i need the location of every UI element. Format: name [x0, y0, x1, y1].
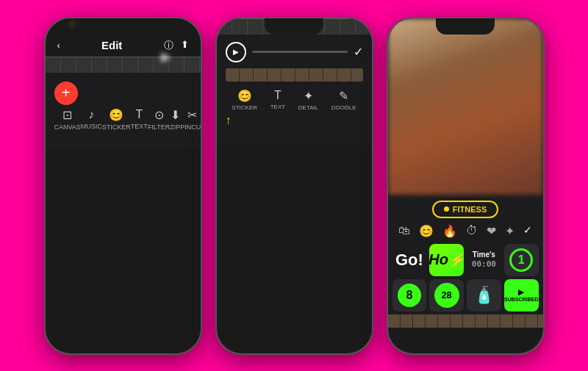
bottom-toolbar: + ⊡ CANVAS ♪ MUSIC 😊 STICKER T TEXT	[46, 73, 201, 148]
toolbar-filter[interactable]: ⊙ FILTER	[148, 108, 170, 131]
sticker-tool-detail[interactable]: ✦ DETAIL	[298, 89, 318, 111]
text-tool-label: TEXT	[270, 104, 285, 110]
sticker-panel: FITNESS 🛍 😊 🔥 ⏱ ❤ ✦ ✓ Go! Ho ⚡	[388, 195, 543, 328]
phone3-video	[388, 18, 543, 195]
pill-dot	[444, 206, 449, 212]
sticker-holo[interactable]: Ho ⚡	[429, 244, 464, 276]
toolbar-zip[interactable]: ⬇ ZIP	[170, 108, 180, 131]
lightning-icon: ⚡	[448, 252, 464, 268]
timeline-track[interactable]	[252, 51, 348, 53]
sticker-tools: 😊 STICKER T TEXT ✦ DETAIL ✎ DOODLE	[220, 84, 369, 111]
toolbar-icons: ⊡ CANVAS ♪ MUSIC 😊 STICKER T TEXT ⊙ F	[49, 105, 198, 134]
sticker-number28[interactable]: 28	[429, 279, 464, 311]
toolbar-canvas[interactable]: ⊡ CANVAS	[54, 108, 81, 131]
circle-28: 28	[434, 283, 459, 308]
phone3-screen: FITNESS 🛍 😊 🔥 ⏱ ❤ ✦ ✓ Go! Ho ⚡	[388, 18, 543, 328]
sticker-grid: Go! Ho ⚡ Time's 00:00 1 8	[388, 241, 543, 314]
sticker-tool-sticker[interactable]: 😊 STICKER	[232, 89, 257, 111]
sticker-subscribed[interactable]: ▶ SUBSCRIBED	[504, 279, 539, 311]
cat-check-icon[interactable]: ✓	[523, 224, 532, 238]
pincut-icon: ✂	[187, 108, 197, 122]
play-button[interactable]: ▶	[226, 42, 246, 62]
phone2-filmstrip	[217, 18, 372, 35]
cat-timer-icon[interactable]: ⏱	[466, 224, 478, 238]
music-icon: ♪	[88, 108, 94, 121]
sticker-tool-icon: 😊	[237, 89, 252, 103]
edit-title: Edit	[101, 39, 122, 51]
sticker-tool-label: STICKER	[232, 104, 257, 111]
zip-label: ZIP	[170, 123, 180, 131]
fitness-label: FITNESS	[453, 205, 487, 214]
top-bar: ‹ Edit ⓘ ⬆	[46, 18, 201, 57]
toolbar-text[interactable]: T TEXT	[131, 108, 148, 131]
text-label: TEXT	[131, 123, 148, 130]
toolbar-pincut[interactable]: ✂ PINCUT	[180, 108, 201, 131]
filmstrip	[46, 57, 201, 73]
sticker-go[interactable]: Go!	[392, 244, 427, 276]
music-label: MUSIC	[81, 123, 102, 130]
text-icon: T	[135, 108, 143, 121]
cat-fire-icon[interactable]: 🔥	[442, 224, 457, 238]
doodle-tool-label: DOODLE	[331, 104, 356, 111]
play-overlay[interactable]: ▶	[161, 48, 171, 65]
canvas-label: CANVAS	[54, 123, 81, 131]
toolbar-sticker[interactable]: 😊 STICKER	[102, 108, 131, 131]
phone1-screen: ‹ Edit ⓘ ⬆ Tap Sticker ↓ ▶ + ⊡ CANVAS ♪ …	[46, 18, 201, 148]
timeline-area: ▶ ✓	[220, 39, 369, 65]
phone2-bottom: ▶ ✓ 😊 STICKER T TEXT ✦ DETAIL	[217, 35, 372, 145]
phone-1: ‹ Edit ⓘ ⬆ Tap Sticker ↓ ▶ + ⊡ CANVAS ♪ …	[44, 17, 202, 355]
canvas-icon: ⊡	[62, 108, 72, 122]
sub-label: SUBSCRIBED	[504, 297, 538, 302]
sticker-number1[interactable]: 1	[504, 244, 539, 276]
times-value: 00:00	[472, 259, 496, 269]
phone3-filmstrip	[388, 314, 543, 328]
times-label: Time's	[473, 251, 495, 259]
tap-arrow-icon: ↓	[70, 17, 75, 29]
sub-icon: ▶	[518, 288, 524, 296]
sticker-tool-text[interactable]: T TEXT	[270, 89, 285, 111]
sticker-icon: 😊	[109, 108, 123, 122]
cat-bag-icon[interactable]: 🛍	[398, 224, 410, 238]
search-bar-row: FITNESS	[388, 195, 543, 221]
fitness-search-pill[interactable]: FITNESS	[432, 201, 498, 218]
sticker-bottle[interactable]: 🧴	[467, 279, 501, 311]
pincut-label: PINCUT	[180, 123, 201, 131]
back-icon[interactable]: ‹	[57, 40, 60, 51]
add-button[interactable]: +	[54, 82, 78, 105]
sticker-label: STICKER	[102, 123, 131, 131]
holo-text: Ho	[429, 251, 448, 268]
phone-3: FITNESS 🛍 😊 🔥 ⏱ ❤ ✦ ✓ Go! Ho ⚡	[387, 17, 545, 355]
doodle-tool-icon: ✎	[339, 89, 348, 103]
sticker-tool-doodle[interactable]: ✎ DOODLE	[331, 89, 356, 111]
category-icons: 🛍 😊 🔥 ⏱ ❤ ✦ ✓	[388, 221, 543, 241]
text-tool-icon: T	[274, 89, 282, 102]
circle-8: 8	[398, 284, 421, 307]
up-arrow-icon: ↑	[226, 114, 232, 127]
filter-icon: ⊙	[154, 108, 164, 122]
phone2-screen: ▶ ✓ 😊 STICKER T TEXT ✦ DETAIL	[217, 18, 372, 145]
up-arrow-area: ↑	[220, 111, 369, 130]
cat-star-icon[interactable]: ✦	[505, 224, 514, 238]
timeline-strip	[226, 68, 363, 82]
confirm-button[interactable]: ✓	[354, 45, 363, 59]
filter-label: FILTER	[148, 123, 170, 131]
cat-emoji-icon[interactable]: 😊	[419, 224, 434, 238]
cat-heart-icon[interactable]: ❤	[487, 224, 496, 238]
sticker-number8[interactable]: 8	[392, 279, 427, 311]
detail-tool-label: DETAIL	[298, 104, 318, 111]
zip-icon: ⬇	[171, 108, 180, 122]
toolbar-music[interactable]: ♪ MUSIC	[81, 108, 102, 131]
detail-tool-icon: ✦	[304, 89, 313, 103]
sticker-times[interactable]: Time's 00:00	[467, 244, 501, 276]
circle-1: 1	[509, 248, 533, 272]
share-icon[interactable]: ⬆	[181, 39, 189, 52]
phone-2: ▶ ✓ 😊 STICKER T TEXT ✦ DETAIL	[215, 17, 373, 355]
